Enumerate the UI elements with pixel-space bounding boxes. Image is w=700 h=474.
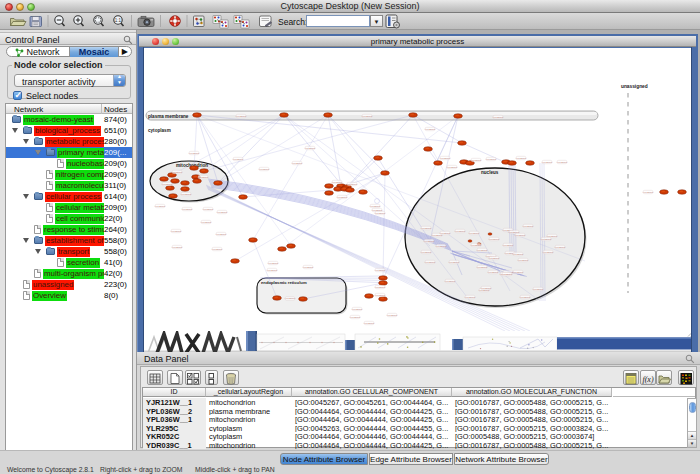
svg-text:YKL217W: YKL217W — [203, 208, 215, 211]
svg-text:YKL217W: YKL217W — [425, 261, 437, 264]
svg-text:YKL217W: YKL217W — [305, 147, 317, 150]
svg-text:YKL217W: YKL217W — [543, 251, 555, 254]
svg-text:YKL217W: YKL217W — [469, 232, 481, 235]
svg-text:endoplasmic reticulum: endoplasmic reticulum — [261, 280, 307, 285]
svg-text:YKL217W: YKL217W — [455, 230, 467, 233]
svg-text:YKL217W: YKL217W — [489, 238, 501, 241]
svg-text:YKL217W: YKL217W — [352, 308, 364, 311]
svg-text:YKL217W: YKL217W — [486, 158, 498, 161]
svg-text:unassigned: unassigned — [621, 84, 648, 89]
svg-text:YKL217W: YKL217W — [489, 257, 501, 260]
svg-text:YKL217W: YKL217W — [350, 316, 362, 319]
svg-text:YKL217W: YKL217W — [533, 288, 545, 291]
svg-text:YKL217W: YKL217W — [182, 208, 194, 211]
svg-text:YKL217W: YKL217W — [503, 244, 515, 247]
svg-text:YKL217W: YKL217W — [513, 253, 525, 256]
svg-text:YKL217W: YKL217W — [513, 271, 525, 274]
svg-text:nucleus: nucleus — [481, 170, 499, 175]
svg-text:YKL217W: YKL217W — [292, 162, 304, 165]
svg-text:YKL217W: YKL217W — [447, 166, 459, 169]
svg-text:YKL217W: YKL217W — [375, 212, 387, 215]
svg-text:YKL217W: YKL217W — [471, 244, 483, 247]
svg-text:YKL217W: YKL217W — [375, 294, 387, 297]
svg-text:YKL217W: YKL217W — [493, 116, 505, 119]
svg-text:YKL217W: YKL217W — [236, 115, 248, 118]
svg-text:YKL217W: YKL217W — [477, 266, 489, 269]
svg-text:YKL217W: YKL217W — [542, 161, 554, 164]
svg-text:YKL217W: YKL217W — [481, 287, 493, 290]
svg-text:YKL217W: YKL217W — [557, 161, 569, 164]
svg-text:YKL217W: YKL217W — [233, 158, 245, 161]
svg-text:YKL217W: YKL217W — [303, 266, 315, 269]
svg-text:YKL217W: YKL217W — [267, 269, 279, 272]
svg-text:YKL217W: YKL217W — [212, 248, 224, 251]
svg-text:YKL217W: YKL217W — [440, 232, 452, 235]
svg-text:YKL217W: YKL217W — [181, 193, 193, 196]
svg-text:YKL217W: YKL217W — [189, 152, 201, 155]
svg-text:YKL217W: YKL217W — [171, 230, 183, 233]
svg-text:YKL217W: YKL217W — [515, 234, 527, 237]
svg-text:YKL217W: YKL217W — [445, 280, 457, 283]
svg-text:YKL217W: YKL217W — [375, 269, 387, 272]
svg-text:YKL217W: YKL217W — [337, 196, 349, 199]
svg-text:YKL217W: YKL217W — [172, 246, 184, 249]
svg-text:YKL217W: YKL217W — [201, 221, 213, 224]
svg-text:YKL217W: YKL217W — [465, 296, 477, 299]
svg-text:YKL217W: YKL217W — [502, 273, 514, 276]
svg-text:YKL217W: YKL217W — [370, 205, 382, 208]
svg-text:YKL217W: YKL217W — [449, 261, 461, 264]
svg-text:YKL217W: YKL217W — [421, 227, 433, 230]
svg-text:YKL217W: YKL217W — [347, 183, 359, 186]
svg-text:YKL217W: YKL217W — [217, 211, 229, 214]
svg-text:YKL217W: YKL217W — [362, 115, 374, 118]
svg-text:YKL217W: YKL217W — [643, 191, 655, 194]
svg-text:plasma membrane: plasma membrane — [148, 114, 189, 119]
svg-text:YKL217W: YKL217W — [375, 286, 387, 289]
svg-text:YKL217W: YKL217W — [541, 238, 553, 241]
svg-text:YKL217W: YKL217W — [387, 314, 399, 317]
svg-text:YKL217W: YKL217W — [172, 171, 184, 174]
svg-text:YKL217W: YKL217W — [285, 297, 297, 300]
svg-text:YKL217W: YKL217W — [162, 183, 174, 186]
svg-text:YKL217W: YKL217W — [436, 245, 448, 248]
svg-text:YKL217W: YKL217W — [424, 240, 436, 243]
svg-text:YKL217W: YKL217W — [155, 205, 167, 208]
svg-text:cytoplasm: cytoplasm — [148, 128, 171, 133]
svg-text:f(x): f(x) — [642, 375, 653, 384]
svg-text:YKL217W: YKL217W — [198, 176, 210, 179]
svg-text:1:1: 1:1 — [115, 18, 122, 23]
svg-text:YKL217W: YKL217W — [488, 271, 500, 274]
svg-text:YKL217W: YKL217W — [516, 157, 528, 160]
svg-text:YKL217W: YKL217W — [477, 249, 489, 252]
svg-text:YKL217W: YKL217W — [421, 251, 433, 254]
svg-text:YKL217W: YKL217W — [425, 128, 437, 131]
svg-text:YKL217W: YKL217W — [440, 157, 452, 160]
svg-text:YKL217W: YKL217W — [518, 259, 530, 262]
svg-text:YKL217W: YKL217W — [471, 159, 483, 162]
svg-text:YKL217W: YKL217W — [259, 168, 271, 171]
svg-text:YKL217W: YKL217W — [268, 262, 280, 265]
svg-text:YKL217W: YKL217W — [520, 296, 532, 299]
svg-text:YKL217W: YKL217W — [523, 225, 535, 228]
svg-text:YKL217W: YKL217W — [364, 322, 376, 325]
svg-text:YKL217W: YKL217W — [332, 181, 344, 184]
svg-text:YKL217W: YKL217W — [555, 246, 567, 249]
svg-text:YKL217W: YKL217W — [216, 233, 228, 236]
